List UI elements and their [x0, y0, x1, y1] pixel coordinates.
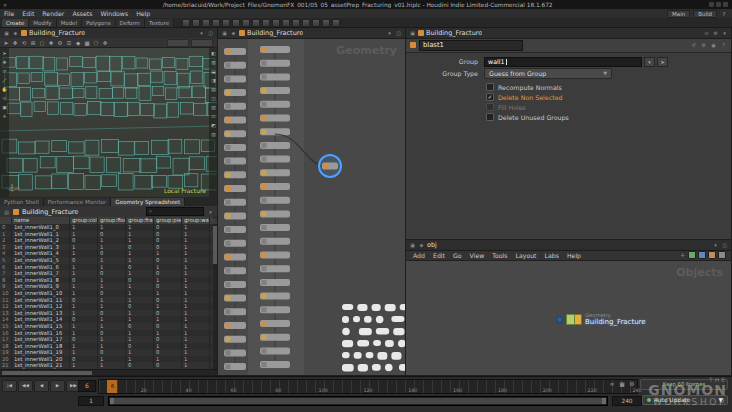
- viewport-left-tool-icon[interactable]: ✥: [1, 59, 8, 66]
- frame-range-slider[interactable]: [108, 396, 608, 406]
- group-reselect-button[interactable]: ➤: [657, 57, 668, 67]
- pane-tab-icon[interactable]: ▣: [221, 30, 228, 36]
- window-minimize-button[interactable]: [709, 2, 714, 7]
- pane-menu-icon[interactable]: ▾: [198, 30, 205, 36]
- viewport-display-icon[interactable]: ▨: [210, 131, 217, 138]
- viewport-display-icon[interactable]: ◧: [210, 50, 217, 57]
- spreadsheet-node-path[interactable]: Building_Fracture: [22, 208, 78, 216]
- table-row[interactable]: 11st_innerWall1_110101: [0, 231, 213, 238]
- table-row[interactable]: 91st_innerWall1_911101: [0, 283, 213, 290]
- shelf-tab-polygons[interactable]: Polygons: [82, 19, 115, 27]
- shelf-tool-icon[interactable]: [312, 19, 320, 27]
- table-row[interactable]: 81st_innerWall1_801011: [0, 277, 213, 284]
- viewport-tool-icon[interactable]: ▦: [83, 39, 91, 47]
- table-row[interactable]: 31st_innerWall1_311001: [0, 244, 213, 251]
- viewport-display-icon[interactable]: ⊡: [210, 113, 217, 120]
- viewport-tool-icon[interactable]: ⚙: [56, 39, 64, 47]
- netmenu-edit[interactable]: Edit: [429, 252, 449, 259]
- column-group-floors[interactable]: group:floors: [98, 217, 126, 224]
- pane-menu-icon[interactable]: ▾: [386, 30, 393, 36]
- node-name-field[interactable]: blast1: [419, 40, 523, 51]
- table-row[interactable]: 141st_innerWall1_1401111: [0, 316, 213, 323]
- playbar-settings-icon[interactable]: ⚙: [628, 380, 636, 388]
- loop-icon[interactable]: ∞: [608, 380, 616, 388]
- viewport-camera-selector[interactable]: [167, 39, 189, 47]
- group-dropdown-button[interactable]: ▾: [644, 57, 655, 67]
- network-sop-path[interactable]: Building_Fracture: [247, 29, 303, 37]
- range-grip-end[interactable]: [602, 398, 606, 404]
- window-maximize-button[interactable]: [716, 2, 721, 7]
- menu-assets[interactable]: Assets: [68, 9, 96, 18]
- window-close-icon[interactable]: ✕: [0, 2, 10, 8]
- viewport-tool-icon[interactable]: ☰: [65, 39, 73, 47]
- shelf-tool-icon[interactable]: [322, 19, 330, 27]
- pane-link-icon[interactable]: ◈: [418, 242, 425, 248]
- viewport-left-tool-icon[interactable]: ▣: [1, 104, 8, 111]
- viewport-display-icon[interactable]: ▧: [210, 104, 217, 111]
- table-row[interactable]: 111st_innerWall1_1101101: [0, 297, 213, 304]
- color-palette-icon[interactable]: [688, 251, 696, 259]
- viewport-display-icon[interactable]: ◩: [210, 122, 217, 129]
- current-frame-field[interactable]: 6: [78, 380, 96, 392]
- building-fracture-node[interactable]: Geometry Building_Fracture: [556, 312, 646, 326]
- menu-edit[interactable]: Edit: [18, 9, 38, 18]
- pane-tab-icon[interactable]: ▣: [409, 30, 416, 36]
- shape-palette-icon[interactable]: [698, 251, 706, 259]
- playhead[interactable]: 6: [107, 380, 117, 393]
- viewport-tool-icon[interactable]: ⊞: [29, 39, 37, 47]
- viewport-left-tool-icon[interactable]: ⊙: [1, 95, 8, 102]
- auto-update-button[interactable]: Auto Update ▼: [642, 395, 728, 405]
- group-value-field[interactable]: wall1: [484, 57, 642, 67]
- viewport-display-icon[interactable]: ▤: [210, 86, 217, 93]
- checkbox[interactable]: [486, 103, 494, 111]
- viewport-left-tool-icon[interactable]: ➤: [1, 50, 8, 57]
- table-row[interactable]: 01st_innerWall1_011101: [0, 224, 213, 231]
- shelf-tool-icon[interactable]: [212, 19, 220, 27]
- viewport-tool-icon[interactable]: ⟲: [20, 39, 28, 47]
- table-row[interactable]: 161st_innerWall1_1610111: [0, 330, 213, 337]
- netmenu-view[interactable]: View: [466, 252, 489, 259]
- shelf-tool-icon[interactable]: [242, 19, 250, 27]
- shelf-tool-icon[interactable]: [232, 19, 240, 27]
- network-obj-path[interactable]: obj: [427, 241, 437, 249]
- viewport-tool-icon[interactable]: ✜: [101, 39, 109, 47]
- column-group-frame[interactable]: group:frame: [126, 217, 154, 224]
- pane-link-icon[interactable]: ◈: [12, 30, 19, 36]
- viewport-display-icon[interactable]: ▥: [210, 59, 217, 66]
- column-group-pieces[interactable]: group:pieces: [154, 217, 182, 224]
- 3d-viewport[interactable]: ➤✥⟳⤢✋⊙▣✛ ◧▥⬓◨▤◫▧⊡◩▨ Local Fracture: [0, 47, 218, 197]
- menu-help[interactable]: Help: [132, 9, 154, 18]
- table-row[interactable]: 101st_innerWall1_1010111: [0, 290, 213, 297]
- viewport-left-tool-icon[interactable]: ⤢: [1, 77, 8, 84]
- table-row[interactable]: 181st_innerWall1_1811011: [0, 343, 213, 350]
- dopesheet-icon[interactable]: ▦: [618, 380, 626, 388]
- viewport-tool-icon[interactable]: ⬡: [92, 39, 100, 47]
- shelf-tab-modify[interactable]: Modify: [29, 19, 56, 27]
- table-row[interactable]: 201st_innerWall1_2001111: [0, 356, 213, 363]
- table-row[interactable]: 121st_innerWall1_1211011: [0, 303, 213, 310]
- table-row[interactable]: 71st_innerWall1_710101: [0, 270, 213, 277]
- viewport-tool-icon[interactable]: ✚: [47, 39, 55, 47]
- toggle-recompute-normals[interactable]: Recompute Normals: [406, 82, 731, 92]
- toggle-delete-non-selected[interactable]: ✓Delete Non Selected: [406, 92, 731, 102]
- shelf-tool-icon[interactable]: [302, 19, 310, 27]
- tab-python-shell[interactable]: Python Shell: [0, 198, 44, 206]
- netmenu-labs[interactable]: Labs: [541, 252, 563, 259]
- table-row[interactable]: 21st_innerWall1_201101: [0, 237, 213, 244]
- wire-style-icon[interactable]: [708, 251, 716, 259]
- help-icon[interactable]: ?: [720, 42, 727, 48]
- table-row[interactable]: 191st_innerWall1_1910101: [0, 349, 213, 356]
- column-name[interactable]: name: [12, 217, 70, 224]
- viewport-tool-icon[interactable]: ✥: [11, 39, 19, 47]
- pane-menu-icon[interactable]: ▾: [712, 242, 719, 248]
- spreadsheet-filter-input[interactable]: [146, 207, 204, 216]
- reset-icon[interactable]: ↺: [690, 42, 697, 48]
- pane-split-icon[interactable]: ◫: [207, 30, 214, 36]
- column-group-wall1[interactable]: group:wall1: [182, 217, 210, 224]
- cache-button[interactable]: Keep 60 Frames: [640, 379, 728, 390]
- help-icon[interactable]: ?: [720, 10, 728, 18]
- viewport-display-icon[interactable]: ◨: [210, 77, 217, 84]
- viewport-left-tool-icon[interactable]: ✋: [1, 86, 8, 93]
- spreadsheet-horizontal-scrollbar[interactable]: [0, 369, 217, 376]
- table-row[interactable]: 41st_innerWall1_410111: [0, 250, 213, 257]
